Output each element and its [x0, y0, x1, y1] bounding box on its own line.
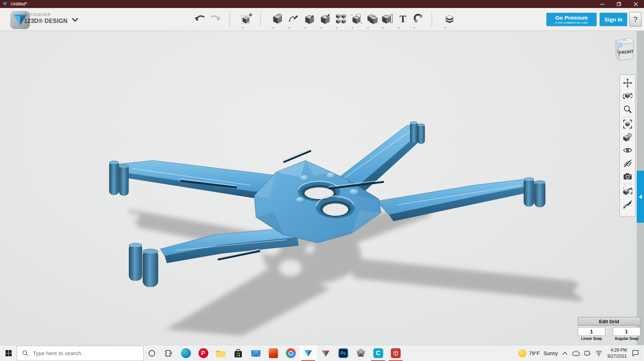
- start-button[interactable]: [0, 345, 17, 361]
- tool-snap[interactable]: [412, 12, 425, 29]
- hide-grid-tool[interactable]: [621, 157, 634, 170]
- navigation-toolbar: [619, 74, 636, 217]
- redo-icon: [209, 13, 221, 24]
- linear-snap-label: Linear Snap: [578, 337, 605, 341]
- onedrive-tray-icon[interactable]: [570, 345, 582, 361]
- taskbar-app-meshmixer[interactable]: [352, 345, 369, 361]
- taskbar-search[interactable]: [17, 346, 144, 361]
- pattern-icon: [335, 13, 346, 24]
- tool-transform[interactable]: [240, 12, 254, 29]
- windows-logo-icon: [5, 350, 12, 356]
- pan-tool[interactable]: [621, 76, 634, 90]
- fit-view-tool[interactable]: [621, 118, 634, 131]
- taskbar-app-photoshop[interactable]: Ps: [334, 345, 352, 361]
- tool-pattern[interactable]: [334, 12, 348, 29]
- snap-tool[interactable]: [621, 185, 634, 198]
- restore-button[interactable]: [610, 0, 627, 8]
- 123d-design-icon: [303, 349, 313, 358]
- brand-product: 123D® DESIGN: [24, 17, 67, 25]
- screenshot-tool[interactable]: [621, 170, 634, 183]
- undo-button[interactable]: [194, 13, 206, 24]
- linear-snap-input[interactable]: [578, 327, 605, 336]
- sign-in-button[interactable]: Sign In: [600, 13, 627, 26]
- tool-sketch[interactable]: [287, 12, 301, 29]
- pinterest-icon: P: [199, 348, 208, 358]
- viewcube-top-label[interactable]: TOP: [622, 39, 628, 42]
- measure-icon: [381, 13, 393, 24]
- nav-separator: [623, 116, 632, 117]
- search-input[interactable]: [33, 350, 131, 356]
- taskbar-app-chrome[interactable]: [282, 345, 299, 361]
- app-icon: [3, 1, 8, 7]
- scene[interactable]: [0, 31, 644, 345]
- tray-time: 4:29 PM: [608, 347, 627, 353]
- main-toolbar: AUTODESK® 123D® DESIGN: [0, 8, 644, 31]
- zoom-tool[interactable]: [621, 103, 634, 116]
- close-button[interactable]: [627, 0, 644, 8]
- view-cube[interactable]: FRONT LEFT TOP: [608, 35, 641, 66]
- tray-temperature: 79°F: [529, 350, 540, 356]
- taskbar-app-123d-design[interactable]: [299, 345, 317, 361]
- taskbar-app-pinterest[interactable]: P: [195, 345, 212, 361]
- show-desktop-button[interactable]: [641, 345, 644, 361]
- cube-magnet-icon: [623, 187, 632, 196]
- chevron-up-icon: [562, 352, 568, 355]
- mail-icon: [251, 349, 261, 357]
- tool-modify[interactable]: [318, 12, 332, 29]
- 123d-catch-icon: [321, 349, 330, 358]
- taskbar-app-mail[interactable]: [247, 345, 264, 361]
- meshmixer-icon: [356, 348, 366, 358]
- task-view-button[interactable]: [160, 345, 177, 361]
- edit-grid-button[interactable]: Edit Grid: [578, 317, 640, 326]
- taskbar-app-cura[interactable]: C: [369, 345, 387, 361]
- grid-slash-icon: [623, 159, 632, 168]
- viewcube-home-icon[interactable]: [617, 41, 622, 48]
- tool-measure[interactable]: [380, 12, 394, 29]
- title-bar[interactable]: Untitled*: [0, 0, 644, 8]
- toolbar-separator: [260, 12, 261, 27]
- tool-text[interactable]: T: [396, 12, 410, 29]
- brand-autodesk: AUTODESK®: [24, 12, 67, 17]
- search-icon: [22, 350, 28, 356]
- cast-tray-icon[interactable]: c: [582, 345, 593, 361]
- help-button[interactable]: ?: [629, 12, 641, 27]
- orbit-tool[interactable]: [621, 90, 634, 103]
- taskbar-app-123d-make[interactable]: [387, 345, 404, 361]
- edit-grid-panel: Edit Grid Linear Snap Angular Snap: [578, 317, 640, 341]
- tool-primitives[interactable]: [271, 12, 284, 29]
- go-premium-button[interactable]: Go Premium (FOR COMMERCIAL USE): [546, 13, 597, 26]
- grouping-icon: [351, 13, 362, 24]
- taskbar-app-office[interactable]: [264, 345, 282, 361]
- clock[interactable]: 4:29 PM 9/27/2021: [605, 347, 630, 359]
- material-shading-tool[interactable]: [621, 131, 634, 144]
- tray-overflow-button[interactable]: [560, 345, 570, 361]
- app-menu-chevron-icon[interactable]: [71, 17, 79, 23]
- weather-widget[interactable]: 79°F Sunny: [516, 345, 560, 361]
- tool-construct[interactable]: [303, 12, 317, 29]
- right-edge-strip: [637, 31, 644, 345]
- magnifier-icon: [623, 104, 632, 114]
- taskbar-app-store[interactable]: [229, 345, 247, 361]
- task-view-icon: [165, 350, 172, 357]
- panel-expand-handle[interactable]: [637, 171, 644, 223]
- redo-button[interactable]: [209, 13, 221, 24]
- wifi-tray-icon[interactable]: [593, 345, 605, 361]
- toolbar-separator: [432, 12, 432, 27]
- primitives-icon: [272, 13, 283, 24]
- cortana-icon: [148, 350, 156, 357]
- tool-grouping[interactable]: [350, 12, 364, 29]
- visibility-tool[interactable]: [621, 144, 634, 157]
- angular-snap-input[interactable]: [613, 327, 640, 336]
- cortana-button[interactable]: [144, 345, 160, 361]
- hide-sketch-tool[interactable]: [621, 198, 634, 211]
- text-icon: T: [397, 13, 408, 24]
- tool-materials[interactable]: [443, 12, 456, 29]
- 3d-viewport[interactable]: FRONT LEFT TOP: [0, 31, 644, 345]
- action-center-button[interactable]: [630, 345, 641, 361]
- undo-icon: [194, 13, 206, 24]
- taskbar-app-edge[interactable]: [177, 345, 195, 361]
- minimize-button[interactable]: [594, 0, 610, 8]
- taskbar-app-123d-catch[interactable]: [317, 345, 334, 361]
- tool-combine[interactable]: [365, 12, 379, 29]
- taskbar-app-file-explorer[interactable]: [212, 345, 229, 361]
